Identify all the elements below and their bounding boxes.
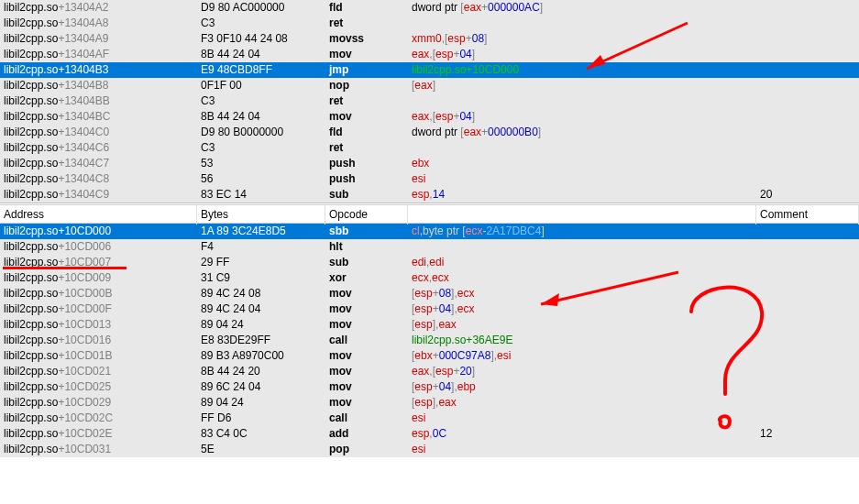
disasm-row[interactable]: libil2cpp.so+13404AF8B 44 24 04moveax,[e…	[0, 47, 859, 62]
opcode-cell: mov	[325, 395, 408, 411]
bytes-cell: C3	[197, 16, 325, 31]
disasm-row[interactable]: libil2cpp.so+13404BC8B 44 24 04moveax,[e…	[0, 109, 859, 125]
operands-cell: eax,[esp+04]	[408, 47, 756, 62]
comment-cell	[756, 286, 859, 301]
disasm-row[interactable]: libil2cpp.so+10CD02E83 C4 0Caddesp,0C12	[0, 426, 859, 442]
comment-cell	[756, 333, 859, 348]
opcode-cell: mov	[325, 317, 408, 333]
disasm-row[interactable]: libil2cpp.so+10CD00B89 4C 24 08mov[esp+0…	[0, 286, 859, 301]
address-cell: libil2cpp.so+10CD000	[0, 224, 197, 239]
header-bytes[interactable]: Bytes	[197, 205, 325, 225]
bytes-cell: 56	[197, 171, 325, 187]
address-cell: libil2cpp.so+10CD02C	[0, 411, 197, 426]
disasm-row[interactable]: libil2cpp.so+13404A8C3ret	[0, 16, 859, 31]
operands-cell: [esp+08],ecx	[408, 286, 756, 301]
operands-cell: cl,byte ptr [ecx-2A17DBC4]	[408, 224, 756, 239]
address-cell: libil2cpp.so+10CD029	[0, 395, 197, 411]
bytes-cell: FF D6	[197, 411, 325, 426]
operands-cell: xmm0,[esp+08]	[408, 31, 756, 47]
opcode-cell: hlt	[325, 239, 408, 255]
comment-cell	[756, 379, 859, 395]
operands-cell: [esp+04],ecx	[408, 301, 756, 317]
opcode-cell: mov	[325, 364, 408, 379]
bytes-cell: 83 C4 0C	[197, 426, 325, 442]
comment-cell	[756, 93, 859, 109]
disasm-row[interactable]: libil2cpp.so+10CD02CFF D6callesi	[0, 411, 859, 426]
comment-cell	[756, 239, 859, 255]
disasm-row[interactable]: libil2cpp.so+10CD0001A 89 3C24E8D5sbbcl,…	[0, 224, 859, 239]
operands-cell: esi	[408, 411, 756, 426]
address-cell: libil2cpp.so+13404A2	[0, 0, 197, 16]
disasm-pane-bottom[interactable]: libil2cpp.so+10CD0001A 89 3C24E8D5sbbcl,…	[0, 224, 859, 457]
address-cell: libil2cpp.so+10CD021	[0, 364, 197, 379]
bytes-cell: 89 B3 A8970C00	[197, 348, 325, 364]
operands-cell: esi	[408, 442, 756, 457]
disasm-row[interactable]: libil2cpp.so+13404C983 EC 14subesp,1420	[0, 187, 859, 203]
disasm-row[interactable]: libil2cpp.so+13404C856pushesi	[0, 171, 859, 187]
address-cell: libil2cpp.so+13404AF	[0, 47, 197, 62]
disasm-row[interactable]: libil2cpp.so+13404A9F3 0F10 44 24 08movs…	[0, 31, 859, 47]
disasm-row[interactable]: libil2cpp.so+10CD02989 04 24mov[esp],eax	[0, 395, 859, 411]
disasm-row[interactable]: libil2cpp.so+10CD02589 6C 24 04mov[esp+0…	[0, 379, 859, 395]
disasm-row[interactable]: libil2cpp.so+10CD01B89 B3 A8970C00mov[eb…	[0, 348, 859, 364]
operands-cell: libil2cpp.so+36AE9E	[408, 333, 756, 348]
opcode-cell: mov	[325, 348, 408, 364]
disasm-row[interactable]: libil2cpp.so+13404C6C3ret	[0, 140, 859, 156]
disasm-row[interactable]: libil2cpp.so+10CD01389 04 24mov[esp],eax	[0, 317, 859, 333]
operands-cell	[408, 93, 756, 109]
address-cell: libil2cpp.so+13404BC	[0, 109, 197, 125]
header-operands[interactable]	[408, 205, 756, 225]
disasm-row[interactable]: libil2cpp.so+13404BBC3ret	[0, 93, 859, 109]
opcode-cell: pop	[325, 442, 408, 457]
comment-cell	[756, 109, 859, 125]
bytes-cell: 89 04 24	[197, 395, 325, 411]
opcode-cell: mov	[325, 379, 408, 395]
operands-cell: esp,14	[408, 187, 756, 203]
bytes-cell: E8 83DE29FF	[197, 333, 325, 348]
opcode-cell: fld	[325, 0, 408, 16]
disasm-row[interactable]: libil2cpp.so+10CD0315Epopesi	[0, 442, 859, 457]
disasm-row[interactable]: libil2cpp.so+13404C753pushebx	[0, 156, 859, 171]
operands-cell: eax,[esp+20]	[408, 364, 756, 379]
operands-cell	[408, 16, 756, 31]
disasm-row[interactable]: libil2cpp.so+10CD006F4hlt	[0, 239, 859, 255]
bytes-cell: 83 EC 14	[197, 187, 325, 203]
bytes-cell: C3	[197, 140, 325, 156]
comment-cell: 12	[756, 426, 859, 442]
address-cell: libil2cpp.so+10CD013	[0, 317, 197, 333]
disasm-row[interactable]: libil2cpp.so+10CD016E8 83DE29FFcalllibil…	[0, 333, 859, 348]
disasm-row[interactable]: libil2cpp.so+10CD00931 C9xorecx,ecx	[0, 270, 859, 286]
comment-cell	[756, 31, 859, 47]
opcode-cell: xor	[325, 270, 408, 286]
comment-cell	[756, 301, 859, 317]
address-cell: libil2cpp.so+13404A9	[0, 31, 197, 47]
address-cell: libil2cpp.so+10CD01B	[0, 348, 197, 364]
header-address[interactable]: Address	[0, 205, 197, 225]
disasm-row[interactable]: libil2cpp.so+13404A2D9 80 AC000000flddwo…	[0, 0, 859, 16]
disasm-row[interactable]: libil2cpp.so+13404B3E9 48CBD8FFjmplibil2…	[0, 62, 859, 78]
comment-cell: 20	[756, 187, 859, 203]
disasm-row[interactable]: libil2cpp.so+13404C0D9 80 B0000000flddwo…	[0, 125, 859, 140]
opcode-cell: call	[325, 411, 408, 426]
opcode-cell: sbb	[325, 224, 408, 239]
address-cell: libil2cpp.so+10CD009	[0, 270, 197, 286]
disasm-row[interactable]: libil2cpp.so+10CD00F89 4C 24 04mov[esp+0…	[0, 301, 859, 317]
disasm-row[interactable]: libil2cpp.so+10CD0218B 44 24 20moveax,[e…	[0, 364, 859, 379]
bytes-cell: 89 4C 24 04	[197, 301, 325, 317]
comment-cell	[756, 140, 859, 156]
address-cell: libil2cpp.so+10CD031	[0, 442, 197, 457]
bytes-cell: 5E	[197, 442, 325, 457]
comment-cell	[756, 156, 859, 171]
header-opcode[interactable]: Opcode	[325, 205, 408, 225]
bytes-cell: E9 48CBD8FF	[197, 62, 325, 78]
opcode-cell: ret	[325, 140, 408, 156]
disasm-row[interactable]: libil2cpp.so+13404B80F1F 00nop[eax]	[0, 78, 859, 93]
opcode-cell: call	[325, 333, 408, 348]
disasm-row[interactable]: libil2cpp.so+10CD00729 FFsubedi,edi	[0, 255, 859, 270]
header-comment[interactable]: Comment	[756, 205, 859, 225]
disasm-pane-top[interactable]: libil2cpp.so+13404A2D9 80 AC000000flddwo…	[0, 0, 859, 203]
comment-cell	[756, 62, 859, 78]
opcode-cell: push	[325, 156, 408, 171]
operands-cell	[408, 239, 756, 255]
bytes-cell: 89 6C 24 04	[197, 379, 325, 395]
